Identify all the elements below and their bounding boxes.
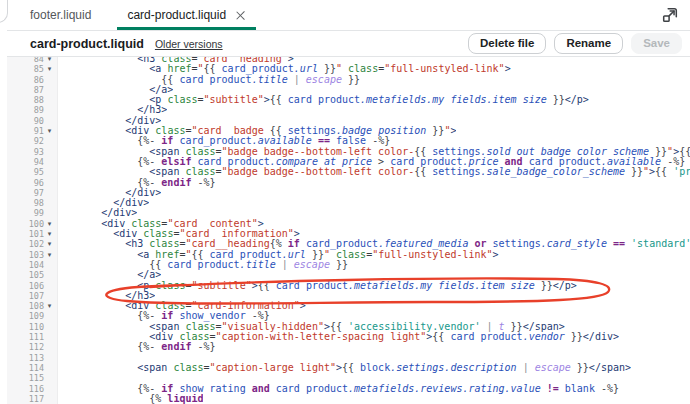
code-text: </div> <box>57 198 149 208</box>
tab-label: footer.liquid <box>30 8 91 22</box>
line-number: 113 <box>7 353 57 363</box>
line-number: 100▾ <box>7 219 57 229</box>
code-line[interactable]: 117 {% liquid <box>7 394 690 404</box>
code-text: {%- if show_vendor -%} <box>57 311 270 321</box>
code-line[interactable]: 106 <p class="subtitle">{{ card_product.… <box>7 281 690 291</box>
code-line[interactable]: 88 <p class="subtitle">{{ card_product.m… <box>7 95 690 105</box>
line-number: 85▾ <box>7 64 57 74</box>
chevron-down-icon[interactable]: ▾ <box>44 57 55 64</box>
code-text: </h3> <box>57 291 155 301</box>
line-number: 106 <box>7 281 57 291</box>
code-line[interactable]: 116 {%- if show_rating and card_product.… <box>7 384 690 394</box>
save-button: Save <box>631 33 682 54</box>
delete-file-button[interactable]: Delete file <box>468 33 546 54</box>
code-text: <h3 class="card__heading"> <box>57 57 294 64</box>
code-line[interactable]: 109 {%- if show_vendor -%} <box>7 311 690 321</box>
code-text: <a href="{{ card_product.url }}" class="… <box>57 250 499 260</box>
code-text: <span class="badge badge--bottom-left co… <box>57 147 690 157</box>
code-line[interactable]: 105 </a> <box>7 270 690 280</box>
code-text: {%- endif -%} <box>57 178 216 188</box>
chevron-down-icon[interactable]: ▾ <box>44 250 55 260</box>
line-number: 94 <box>7 157 57 167</box>
code-text: <span class="visually-hidden">{{ 'access… <box>57 322 565 332</box>
line-number: 101▾ <box>7 229 57 239</box>
line-number: 97 <box>7 188 57 198</box>
code-line[interactable]: 89 </h3> <box>7 105 690 115</box>
code-text: {%- elsif card_product.compare_at_price … <box>57 157 685 167</box>
code-text: {%- if show_rating and card_product.meta… <box>57 384 619 394</box>
code-editor[interactable]: 84▾ <h3 class="card__heading">85▾ <a hre… <box>7 57 690 404</box>
code-text: {% liquid <box>57 394 203 404</box>
tab-footer-liquid[interactable]: footer.liquid <box>20 0 101 30</box>
code-text: <div class="card-information"> <box>57 301 306 311</box>
chevron-down-icon[interactable]: ▾ <box>44 64 55 74</box>
code-line[interactable]: 104 {{ card_product.title | escape }} <box>7 260 690 270</box>
action-buttons: Delete file Rename Save <box>468 33 690 54</box>
expand-icon[interactable] <box>661 6 679 24</box>
code-text: <a href="{{ card_product.url }}" class="… <box>57 64 511 74</box>
code-line[interactable]: 113 <box>7 353 690 363</box>
line-number: 95 <box>7 167 57 177</box>
code-line[interactable]: 108▾ <div class="card-information"> <box>7 301 690 311</box>
line-number: 102▾ <box>7 239 57 249</box>
code-line[interactable]: 111 <div class="caption-with-letter-spac… <box>7 332 690 342</box>
code-line[interactable]: 85▾ <a href="{{ card_product.url }}" cla… <box>7 64 690 74</box>
chevron-down-icon[interactable]: ▾ <box>44 239 55 249</box>
code-line[interactable]: 100▾ <div class="card__content"> <box>7 219 690 229</box>
code-text: </h3> <box>57 105 167 115</box>
code-line[interactable]: 115 <box>7 373 690 383</box>
code-line[interactable]: 92 {%- if card_product.available == fals… <box>7 136 690 146</box>
chevron-down-icon[interactable]: ▾ <box>44 219 55 229</box>
code-text: <div class="card__badge {{ settings.badg… <box>57 126 456 136</box>
line-number: 109 <box>7 311 57 321</box>
code-line[interactable]: 99 </div> <box>7 208 690 218</box>
code-line[interactable]: 102▾ <h3 class="card__heading{% if card_… <box>7 239 690 249</box>
code-line[interactable]: 93 <span class="badge badge--bottom-left… <box>7 147 690 157</box>
code-text <box>57 353 65 363</box>
rename-button[interactable]: Rename <box>554 33 623 54</box>
code-line[interactable]: 90 </div> <box>7 116 690 126</box>
code-line[interactable]: 95 <span class="badge badge--bottom-left… <box>7 167 690 177</box>
line-number: 103▾ <box>7 250 57 260</box>
line-number: 99 <box>7 208 57 218</box>
code-line[interactable]: 87 </a> <box>7 85 690 95</box>
chevron-down-icon[interactable]: ▾ <box>44 229 55 239</box>
line-number: 98 <box>7 198 57 208</box>
line-number: 105 <box>7 270 57 280</box>
code-text: {%- endif -%} <box>57 342 216 352</box>
line-number: 111 <box>7 332 57 342</box>
code-text <box>57 373 65 383</box>
code-text: </a> <box>57 270 161 280</box>
code-line[interactable]: 107 </h3> <box>7 291 690 301</box>
code-line[interactable]: 96 {%- endif -%} <box>7 178 690 188</box>
code-line[interactable]: 110 <span class="visually-hidden">{{ 'ac… <box>7 322 690 332</box>
code-line[interactable]: 94 {%- elsif card_product.compare_at_pri… <box>7 157 690 167</box>
line-number: 117 <box>7 394 57 404</box>
close-icon[interactable] <box>235 10 246 21</box>
code-line[interactable]: 114 <span class="caption-large light">{{… <box>7 363 690 373</box>
code-line[interactable]: 98 </div> <box>7 198 690 208</box>
code-text: <span class="caption-large light">{{ blo… <box>57 363 631 373</box>
chevron-down-icon[interactable]: ▾ <box>44 301 55 311</box>
line-number: 110 <box>7 322 57 332</box>
line-number: 91▾ <box>7 126 57 136</box>
file-header: card-product.liquid Older versions Delet… <box>7 31 690 57</box>
file-title: card-product.liquid <box>30 37 144 51</box>
line-number: 93 <box>7 147 57 157</box>
code-line[interactable]: 84▾ <h3 class="card__heading"> <box>7 57 690 64</box>
tab-bar: footer.liquid card-product.liquid <box>7 0 690 31</box>
line-number: 86 <box>7 75 57 85</box>
tab-card-product-liquid[interactable]: card-product.liquid <box>117 0 256 30</box>
code-line[interactable]: 101▾ <div class="card__information"> <box>7 229 690 239</box>
code-line[interactable]: 97 </div> <box>7 188 690 198</box>
older-versions-link[interactable]: Older versions <box>155 38 223 50</box>
code-line[interactable]: 112 {%- endif -%} <box>7 342 690 352</box>
code-text: </a> <box>57 85 173 95</box>
line-number: 92 <box>7 136 57 146</box>
line-number: 96 <box>7 178 57 188</box>
code-line[interactable]: 86 {{ card_product.title | escape }} <box>7 75 690 85</box>
code-line[interactable]: 91▾ <div class="card__badge {{ settings.… <box>7 126 690 136</box>
code-line[interactable]: 103▾ <a href="{{ card_product.url }}" cl… <box>7 250 690 260</box>
chevron-down-icon[interactable]: ▾ <box>44 126 55 136</box>
code-text: <div class="caption-with-letter-spacing … <box>57 332 619 342</box>
